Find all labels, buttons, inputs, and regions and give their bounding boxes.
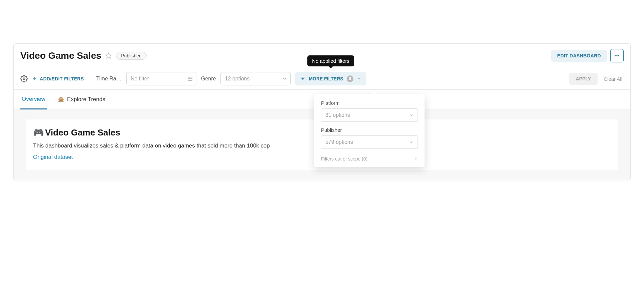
svg-point-4 — [23, 78, 25, 80]
time-range-label: Time Ra… — [96, 76, 122, 82]
monkey-icon: 🙊 — [57, 96, 64, 103]
svg-point-1 — [615, 55, 616, 56]
time-range-select[interactable]: No filter — [126, 72, 196, 85]
filter-bar: ADD/EDIT FILTERS Time Ra… No filter Genr… — [14, 68, 630, 90]
more-filters-button[interactable]: No applied filters MORE FILTERS 0 — [295, 72, 366, 85]
filter-icon — [300, 76, 305, 82]
genre-label: Genre — [201, 76, 216, 82]
divider — [90, 74, 90, 83]
chevron-down-icon — [357, 76, 361, 81]
ellipsis-icon — [614, 53, 620, 59]
publisher-filter-label: Publisher — [321, 127, 418, 133]
clear-all-button[interactable]: Clear All — [602, 76, 624, 82]
publisher-placeholder: 579 options — [325, 139, 353, 145]
tab-overview-label: Overview — [22, 96, 45, 102]
chevron-down-icon — [409, 113, 414, 117]
status-badge: Published — [116, 52, 147, 60]
dashboard-title: Video Game Sales — [20, 50, 101, 61]
platform-placeholder: 31 options — [325, 112, 350, 118]
filters-out-of-scope-label: Filters out of scope (0) — [321, 156, 367, 162]
filters-out-of-scope-row[interactable]: Filters out of scope (0) — [321, 154, 418, 165]
gear-icon[interactable] — [20, 75, 28, 82]
time-range-placeholder: No filter — [131, 76, 184, 82]
platform-filter-label: Platform — [321, 100, 418, 106]
more-filters-popover: Platform 31 options Publisher 579 option… — [314, 94, 425, 167]
more-filters-tooltip: No applied filters — [307, 55, 354, 66]
svg-point-2 — [617, 55, 617, 56]
svg-marker-0 — [106, 53, 112, 58]
plus-icon — [32, 76, 37, 81]
calendar-icon — [187, 76, 193, 81]
tab-explore-trends[interactable]: 🙊 Explore Trends — [56, 90, 107, 109]
original-dataset-link[interactable]: Original dataset — [33, 154, 73, 160]
more-actions-button[interactable] — [610, 49, 624, 62]
chevron-down-icon — [409, 140, 414, 144]
add-edit-filters-label: ADD/EDIT FILTERS — [40, 76, 84, 81]
add-edit-filters-button[interactable]: ADD/EDIT FILTERS — [32, 76, 84, 81]
platform-select[interactable]: 31 options — [321, 108, 418, 122]
chevron-down-icon — [282, 76, 287, 81]
genre-placeholder: 12 options — [225, 76, 279, 82]
apply-button[interactable]: APPLY — [569, 73, 598, 85]
edit-dashboard-button[interactable]: EDIT DASHBOARD — [551, 50, 607, 62]
svg-rect-7 — [188, 77, 192, 81]
favorite-star-icon[interactable] — [105, 52, 112, 59]
genre-select[interactable]: 12 options — [220, 72, 291, 85]
tab-overview[interactable]: Overview — [20, 90, 47, 109]
chevron-right-icon — [414, 156, 418, 162]
more-filters-label: MORE FILTERS — [309, 76, 343, 81]
more-filters-count: 0 — [347, 75, 353, 82]
publisher-select[interactable]: 579 options — [321, 135, 418, 149]
card-title-text: Video Game Sales — [45, 127, 120, 138]
gamepad-icon: 🎮 — [33, 127, 44, 138]
svg-point-3 — [618, 55, 619, 56]
tab-explore-label: Explore Trends — [67, 96, 105, 103]
